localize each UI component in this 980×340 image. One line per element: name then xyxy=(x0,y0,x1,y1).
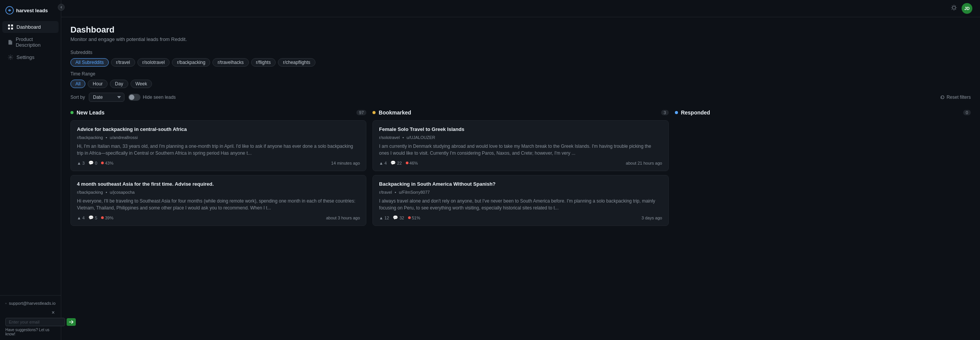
lead-stats: ▲3💬043%14 minutes ago xyxy=(77,160,360,165)
subreddits-label: Subreddits xyxy=(70,50,971,55)
sidebar-nav: Dashboard Product Description Settings xyxy=(0,21,61,295)
lead-time: about 21 hours ago xyxy=(626,161,662,165)
logo-icon xyxy=(5,6,14,15)
lead-upvotes: ▲12 xyxy=(379,216,389,220)
send-icon xyxy=(69,320,74,324)
lead-title: Female Solo Travel to Greek Islands xyxy=(379,126,662,133)
lead-card[interactable]: 4 month southeast Asia for the first tim… xyxy=(70,175,366,226)
upvote-icon: ▲ xyxy=(379,216,383,220)
time-range-label: Time Range xyxy=(70,71,971,77)
svg-rect-2 xyxy=(11,25,13,26)
lead-author: u/andrea8rossi xyxy=(110,135,138,140)
email-send-button[interactable] xyxy=(67,318,76,326)
lead-subreddit: r/travel xyxy=(379,190,392,195)
grid-icon xyxy=(8,24,13,30)
sidebar-item-label: Settings xyxy=(16,54,34,60)
hide-seen-toggle[interactable] xyxy=(128,94,140,101)
reset-icon xyxy=(940,95,945,100)
user-avatar[interactable]: JD xyxy=(962,3,972,14)
lead-card[interactable]: Advice for backpacking in central-south … xyxy=(70,120,366,171)
logo-text: harvest leads xyxy=(16,8,48,13)
lead-separator: • xyxy=(106,190,107,195)
column-responded: Responded0 xyxy=(675,110,971,230)
time-range-tag-all[interactable]: All xyxy=(70,80,85,88)
lead-subreddit: r/backpacking xyxy=(77,135,103,140)
upvote-icon: ▲ xyxy=(77,161,81,165)
column-count-bookmarked: 3 xyxy=(661,110,669,115)
sidebar-collapse-button[interactable] xyxy=(58,4,65,11)
upvote-count: 4 xyxy=(384,161,387,165)
lead-meta: r/backpacking • u/jcosapocha xyxy=(77,190,360,195)
sort-select[interactable]: DateRelevanceScore xyxy=(89,93,124,102)
lead-meta: r/backpacking • u/andrea8rossi xyxy=(77,135,360,140)
topbar: JD xyxy=(61,0,980,17)
page-title: Dashboard xyxy=(70,25,971,35)
time-range-tag-week[interactable]: Week xyxy=(131,80,152,88)
comment-count: 22 xyxy=(397,161,402,165)
comment-icon: 💬 xyxy=(88,160,94,165)
lead-relevance: 51% xyxy=(408,216,420,220)
email-input-row xyxy=(5,318,56,326)
subreddit-tag-travelhacks[interactable]: r/travelhacks xyxy=(212,58,248,67)
lead-stats: ▲12💬3251%3 days ago xyxy=(379,215,662,220)
time-range-tag-hour[interactable]: Hour xyxy=(88,80,108,88)
subreddit-tag-backpacking[interactable]: r/backpacking xyxy=(172,58,210,67)
subreddit-tags: All Subredditsr/travelr/solotravelr/back… xyxy=(70,58,971,67)
comment-icon: 💬 xyxy=(390,160,396,165)
close-email-button[interactable]: × xyxy=(51,309,56,316)
sidebar-item-label: Dashboard xyxy=(16,24,41,30)
lead-separator: • xyxy=(106,135,107,140)
page-subtitle: Monitor and engage with potential leads … xyxy=(70,36,971,42)
lead-excerpt: Hi, I'm an Italian man, 33 years old, an… xyxy=(77,143,360,157)
lead-separator: • xyxy=(402,135,404,140)
lead-relevance: 43% xyxy=(101,161,113,165)
sidebar-item-label: Product Description xyxy=(16,36,53,48)
relevance-dot xyxy=(408,216,411,219)
lead-card[interactable]: Female Solo Travel to Greek Islandsr/sol… xyxy=(372,120,668,171)
lead-stats: ▲4💬539%about 3 hours ago xyxy=(77,215,360,220)
sidebar: harvest leads Dashboard Product Descript… xyxy=(0,0,61,340)
subreddit-tag-flights[interactable]: r/flights xyxy=(251,58,276,67)
column-body-new-leads: Advice for backpacking in central-south … xyxy=(70,120,366,230)
lead-meta: r/solotravel • u/UJALOUZER xyxy=(379,135,662,140)
column-dot-bookmarked xyxy=(372,111,376,114)
hide-seen-toggle-wrapper: Hide seen leads xyxy=(128,94,176,101)
settings-icon xyxy=(8,54,13,60)
sidebar-item-settings[interactable]: Settings xyxy=(2,51,59,63)
relevance-dot xyxy=(101,162,104,164)
subreddit-tag-solotravel[interactable]: r/solotravel xyxy=(137,58,170,67)
lead-relevance: 39% xyxy=(101,216,113,220)
relevance-dot xyxy=(406,162,408,164)
lead-time: 14 minutes ago xyxy=(331,161,360,165)
column-count-new-leads: 97 xyxy=(356,110,366,115)
subreddit-tag-travel[interactable]: r/travel xyxy=(111,58,135,67)
lead-card[interactable]: Backpacking in South America Without Spa… xyxy=(372,175,668,226)
lead-title: Advice for backpacking in central-south … xyxy=(77,126,360,133)
lead-separator: • xyxy=(395,190,396,195)
lead-comments: 💬5 xyxy=(88,215,97,220)
subreddit-tag-all[interactable]: All Subreddits xyxy=(70,58,109,67)
sidebar-item-dashboard[interactable]: Dashboard xyxy=(2,21,59,33)
time-range-tag-day[interactable]: Day xyxy=(110,80,128,88)
lead-stats: ▲4💬2246%about 21 hours ago xyxy=(379,160,662,165)
lead-comments: 💬0 xyxy=(88,160,97,165)
reset-filters-button[interactable]: Reset filters xyxy=(940,95,971,100)
theme-toggle-icon[interactable] xyxy=(951,5,957,12)
lead-excerpt: I always travel alone and don't rely on … xyxy=(379,198,662,211)
filters-section: Subreddits All Subredditsr/travelr/solot… xyxy=(70,50,971,102)
support-link[interactable]: support@harvestleads.io xyxy=(5,299,56,307)
column-title-bookmarked: Bookmarked xyxy=(379,110,411,116)
lead-comments: 💬22 xyxy=(390,160,402,165)
lead-author: u/UJALOUZER xyxy=(407,135,435,140)
svg-rect-4 xyxy=(11,28,13,29)
email-input[interactable] xyxy=(5,318,65,326)
comment-icon: 💬 xyxy=(393,215,398,220)
sort-label: Sort by xyxy=(70,95,85,100)
relevance-value: 51% xyxy=(412,216,420,220)
reset-label: Reset filters xyxy=(947,95,971,100)
sidebar-item-product-description[interactable]: Product Description xyxy=(2,33,59,51)
svg-rect-1 xyxy=(8,25,10,26)
upvote-count: 4 xyxy=(82,216,85,220)
subreddit-tag-cheapflights[interactable]: r/cheapflights xyxy=(278,58,315,67)
relevance-value: 46% xyxy=(410,161,418,165)
